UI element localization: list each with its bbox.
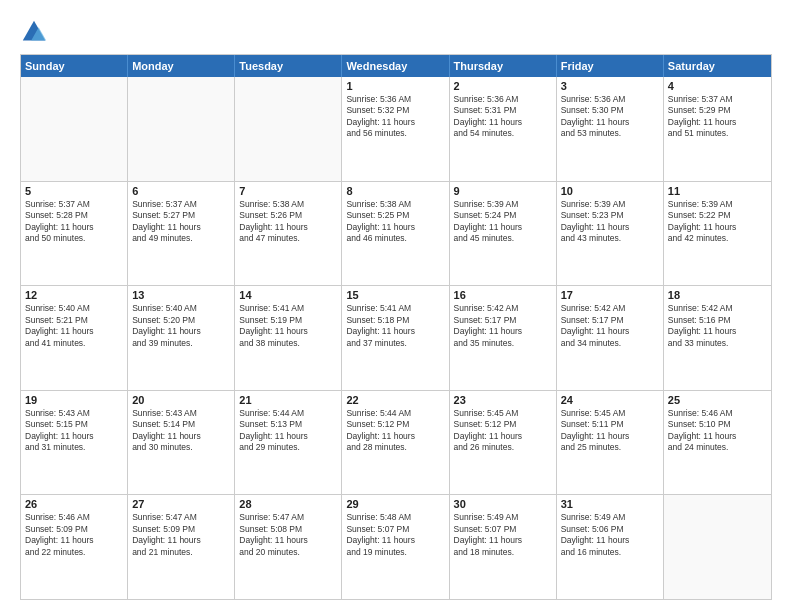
day-number-11: 11	[668, 185, 767, 197]
cal-cell-2-1: 13Sunrise: 5:40 AM Sunset: 5:20 PM Dayli…	[128, 286, 235, 390]
cal-cell-4-3: 29Sunrise: 5:48 AM Sunset: 5:07 PM Dayli…	[342, 495, 449, 599]
calendar-header-row: SundayMondayTuesdayWednesdayThursdayFrid…	[21, 55, 771, 77]
calendar: SundayMondayTuesdayWednesdayThursdayFrid…	[20, 54, 772, 600]
day-number-25: 25	[668, 394, 767, 406]
day-number-2: 2	[454, 80, 552, 92]
cell-content-4-4: Sunrise: 5:49 AM Sunset: 5:07 PM Dayligh…	[454, 512, 552, 558]
cell-content-1-2: Sunrise: 5:38 AM Sunset: 5:26 PM Dayligh…	[239, 199, 337, 245]
day-number-18: 18	[668, 289, 767, 301]
cell-content-0-5: Sunrise: 5:36 AM Sunset: 5:30 PM Dayligh…	[561, 94, 659, 140]
cell-content-4-5: Sunrise: 5:49 AM Sunset: 5:06 PM Dayligh…	[561, 512, 659, 558]
cal-cell-2-5: 17Sunrise: 5:42 AM Sunset: 5:17 PM Dayli…	[557, 286, 664, 390]
cell-content-3-0: Sunrise: 5:43 AM Sunset: 5:15 PM Dayligh…	[25, 408, 123, 454]
day-number-17: 17	[561, 289, 659, 301]
cell-content-2-5: Sunrise: 5:42 AM Sunset: 5:17 PM Dayligh…	[561, 303, 659, 349]
cell-content-4-0: Sunrise: 5:46 AM Sunset: 5:09 PM Dayligh…	[25, 512, 123, 558]
cell-content-1-0: Sunrise: 5:37 AM Sunset: 5:28 PM Dayligh…	[25, 199, 123, 245]
cal-cell-3-6: 25Sunrise: 5:46 AM Sunset: 5:10 PM Dayli…	[664, 391, 771, 495]
logo	[20, 18, 52, 46]
day-number-6: 6	[132, 185, 230, 197]
header-day-2: Tuesday	[235, 55, 342, 77]
cell-content-3-1: Sunrise: 5:43 AM Sunset: 5:14 PM Dayligh…	[132, 408, 230, 454]
day-number-22: 22	[346, 394, 444, 406]
cal-cell-4-6	[664, 495, 771, 599]
cal-cell-1-1: 6Sunrise: 5:37 AM Sunset: 5:27 PM Daylig…	[128, 182, 235, 286]
cal-cell-3-5: 24Sunrise: 5:45 AM Sunset: 5:11 PM Dayli…	[557, 391, 664, 495]
cell-content-3-2: Sunrise: 5:44 AM Sunset: 5:13 PM Dayligh…	[239, 408, 337, 454]
cal-cell-4-1: 27Sunrise: 5:47 AM Sunset: 5:09 PM Dayli…	[128, 495, 235, 599]
cell-content-4-2: Sunrise: 5:47 AM Sunset: 5:08 PM Dayligh…	[239, 512, 337, 558]
cell-content-1-5: Sunrise: 5:39 AM Sunset: 5:23 PM Dayligh…	[561, 199, 659, 245]
logo-icon	[20, 18, 48, 46]
cell-content-0-4: Sunrise: 5:36 AM Sunset: 5:31 PM Dayligh…	[454, 94, 552, 140]
cal-cell-0-0	[21, 77, 128, 181]
day-number-30: 30	[454, 498, 552, 510]
cell-content-4-1: Sunrise: 5:47 AM Sunset: 5:09 PM Dayligh…	[132, 512, 230, 558]
cal-cell-0-5: 3Sunrise: 5:36 AM Sunset: 5:30 PM Daylig…	[557, 77, 664, 181]
cal-cell-0-6: 4Sunrise: 5:37 AM Sunset: 5:29 PM Daylig…	[664, 77, 771, 181]
cal-cell-0-1	[128, 77, 235, 181]
cal-cell-1-0: 5Sunrise: 5:37 AM Sunset: 5:28 PM Daylig…	[21, 182, 128, 286]
cell-content-0-3: Sunrise: 5:36 AM Sunset: 5:32 PM Dayligh…	[346, 94, 444, 140]
cal-week-4: 26Sunrise: 5:46 AM Sunset: 5:09 PM Dayli…	[21, 495, 771, 599]
cal-cell-1-6: 11Sunrise: 5:39 AM Sunset: 5:22 PM Dayli…	[664, 182, 771, 286]
cell-content-3-4: Sunrise: 5:45 AM Sunset: 5:12 PM Dayligh…	[454, 408, 552, 454]
cal-week-1: 5Sunrise: 5:37 AM Sunset: 5:28 PM Daylig…	[21, 182, 771, 287]
day-number-8: 8	[346, 185, 444, 197]
cal-cell-2-2: 14Sunrise: 5:41 AM Sunset: 5:19 PM Dayli…	[235, 286, 342, 390]
cell-content-2-2: Sunrise: 5:41 AM Sunset: 5:19 PM Dayligh…	[239, 303, 337, 349]
cal-cell-0-3: 1Sunrise: 5:36 AM Sunset: 5:32 PM Daylig…	[342, 77, 449, 181]
day-number-7: 7	[239, 185, 337, 197]
header-day-6: Saturday	[664, 55, 771, 77]
cell-content-3-5: Sunrise: 5:45 AM Sunset: 5:11 PM Dayligh…	[561, 408, 659, 454]
day-number-23: 23	[454, 394, 552, 406]
cal-cell-0-4: 2Sunrise: 5:36 AM Sunset: 5:31 PM Daylig…	[450, 77, 557, 181]
day-number-27: 27	[132, 498, 230, 510]
cal-cell-2-6: 18Sunrise: 5:42 AM Sunset: 5:16 PM Dayli…	[664, 286, 771, 390]
cal-cell-3-1: 20Sunrise: 5:43 AM Sunset: 5:14 PM Dayli…	[128, 391, 235, 495]
day-number-15: 15	[346, 289, 444, 301]
cal-cell-3-0: 19Sunrise: 5:43 AM Sunset: 5:15 PM Dayli…	[21, 391, 128, 495]
day-number-5: 5	[25, 185, 123, 197]
cell-content-1-6: Sunrise: 5:39 AM Sunset: 5:22 PM Dayligh…	[668, 199, 767, 245]
cell-content-2-6: Sunrise: 5:42 AM Sunset: 5:16 PM Dayligh…	[668, 303, 767, 349]
cal-cell-1-3: 8Sunrise: 5:38 AM Sunset: 5:25 PM Daylig…	[342, 182, 449, 286]
day-number-10: 10	[561, 185, 659, 197]
cell-content-1-1: Sunrise: 5:37 AM Sunset: 5:27 PM Dayligh…	[132, 199, 230, 245]
cal-cell-0-2	[235, 77, 342, 181]
cal-cell-2-0: 12Sunrise: 5:40 AM Sunset: 5:21 PM Dayli…	[21, 286, 128, 390]
day-number-16: 16	[454, 289, 552, 301]
cal-cell-3-2: 21Sunrise: 5:44 AM Sunset: 5:13 PM Dayli…	[235, 391, 342, 495]
cell-content-2-1: Sunrise: 5:40 AM Sunset: 5:20 PM Dayligh…	[132, 303, 230, 349]
cal-cell-4-4: 30Sunrise: 5:49 AM Sunset: 5:07 PM Dayli…	[450, 495, 557, 599]
day-number-24: 24	[561, 394, 659, 406]
cell-content-4-3: Sunrise: 5:48 AM Sunset: 5:07 PM Dayligh…	[346, 512, 444, 558]
cal-week-2: 12Sunrise: 5:40 AM Sunset: 5:21 PM Dayli…	[21, 286, 771, 391]
day-number-9: 9	[454, 185, 552, 197]
cal-cell-2-3: 15Sunrise: 5:41 AM Sunset: 5:18 PM Dayli…	[342, 286, 449, 390]
day-number-21: 21	[239, 394, 337, 406]
header-day-4: Thursday	[450, 55, 557, 77]
cal-cell-4-5: 31Sunrise: 5:49 AM Sunset: 5:06 PM Dayli…	[557, 495, 664, 599]
cell-content-1-3: Sunrise: 5:38 AM Sunset: 5:25 PM Dayligh…	[346, 199, 444, 245]
cal-cell-2-4: 16Sunrise: 5:42 AM Sunset: 5:17 PM Dayli…	[450, 286, 557, 390]
day-number-19: 19	[25, 394, 123, 406]
day-number-13: 13	[132, 289, 230, 301]
day-number-14: 14	[239, 289, 337, 301]
cal-cell-1-5: 10Sunrise: 5:39 AM Sunset: 5:23 PM Dayli…	[557, 182, 664, 286]
day-number-4: 4	[668, 80, 767, 92]
day-number-3: 3	[561, 80, 659, 92]
cell-content-2-4: Sunrise: 5:42 AM Sunset: 5:17 PM Dayligh…	[454, 303, 552, 349]
cell-content-1-4: Sunrise: 5:39 AM Sunset: 5:24 PM Dayligh…	[454, 199, 552, 245]
cal-week-0: 1Sunrise: 5:36 AM Sunset: 5:32 PM Daylig…	[21, 77, 771, 182]
cal-cell-3-3: 22Sunrise: 5:44 AM Sunset: 5:12 PM Dayli…	[342, 391, 449, 495]
cal-cell-1-2: 7Sunrise: 5:38 AM Sunset: 5:26 PM Daylig…	[235, 182, 342, 286]
header-day-5: Friday	[557, 55, 664, 77]
day-number-20: 20	[132, 394, 230, 406]
header-day-3: Wednesday	[342, 55, 449, 77]
calendar-body: 1Sunrise: 5:36 AM Sunset: 5:32 PM Daylig…	[21, 77, 771, 599]
cell-content-3-3: Sunrise: 5:44 AM Sunset: 5:12 PM Dayligh…	[346, 408, 444, 454]
cal-cell-4-2: 28Sunrise: 5:47 AM Sunset: 5:08 PM Dayli…	[235, 495, 342, 599]
header-day-1: Monday	[128, 55, 235, 77]
cal-week-3: 19Sunrise: 5:43 AM Sunset: 5:15 PM Dayli…	[21, 391, 771, 496]
